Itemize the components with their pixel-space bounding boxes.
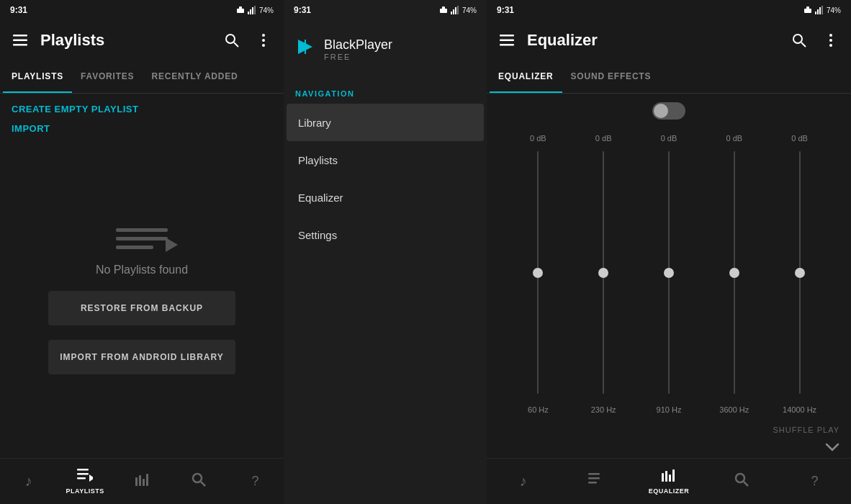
tab-favorites[interactable]: FAVORITES <box>72 60 143 93</box>
nav-item-search-3[interactable] <box>706 459 778 504</box>
svg-rect-0 <box>13 35 27 37</box>
eq-thumb-4[interactable] <box>795 268 805 278</box>
equalizer-top-bar: Equalizer <box>487 20 851 60</box>
svg-point-26 <box>829 39 832 42</box>
menu-button[interactable] <box>6 26 35 55</box>
playlist-icon-3 <box>588 473 604 490</box>
nav-item-playlists[interactable]: PLAYLISTS <box>57 459 114 504</box>
hz-label-4: 14000 Hz <box>782 405 818 414</box>
more-button-3[interactable] <box>816 26 845 55</box>
nav-playlists[interactable]: Playlists <box>287 141 484 179</box>
svg-rect-1 <box>13 40 27 42</box>
eq-slider-3600hz <box>716 151 752 394</box>
nav-item-music-3[interactable]: ♪ <box>487 459 559 504</box>
eq-track-2[interactable] <box>668 151 670 394</box>
notif-icon-3 <box>803 6 812 14</box>
eq-thumb-2[interactable] <box>664 268 674 278</box>
page-title: Playlists <box>37 31 215 50</box>
eq-toggle[interactable] <box>652 102 685 120</box>
eq-area: 0 dB 0 dB 0 dB 0 dB 0 dB <box>487 128 851 423</box>
music-note-icon: ♪ <box>24 473 32 490</box>
svg-point-3 <box>226 35 235 43</box>
svg-rect-10 <box>77 477 86 480</box>
eq-menu-button[interactable] <box>492 26 521 55</box>
svg-rect-38 <box>239 6 242 9</box>
hz-label-2: 910 Hz <box>651 405 687 414</box>
nav-item-music-1[interactable]: ♪ <box>0 459 57 504</box>
sb-time-1: 9:31 <box>10 5 27 15</box>
bat-pct-1: 74% <box>259 6 274 14</box>
playlist-actions: CREATE EMPTY PLAYLIST IMPORT <box>0 94 284 144</box>
more-button-1[interactable] <box>249 26 278 55</box>
eq-slider-60hz <box>520 151 556 394</box>
nav-item-playlist-3[interactable] <box>559 459 632 504</box>
hz-label-1: 230 Hz <box>585 405 621 414</box>
import-android-button[interactable]: IMPORT FROM ANDROID LIBRARY <box>48 340 235 374</box>
nav-library[interactable]: Library <box>287 104 484 141</box>
svg-rect-48 <box>457 6 459 14</box>
search-button-3[interactable] <box>785 26 814 55</box>
eq-thumb-1[interactable] <box>598 268 608 278</box>
notif-icon-2 <box>439 6 448 14</box>
svg-rect-41 <box>252 7 253 14</box>
svg-rect-51 <box>815 12 816 14</box>
sb-right-2: 74% <box>439 6 477 14</box>
eq-thumb-3[interactable] <box>729 268 739 278</box>
svg-point-23 <box>793 35 802 43</box>
eq-title: Equalizer <box>524 31 782 50</box>
db-label-0: 0 dB <box>520 134 556 143</box>
search-icon-nav-3 <box>734 472 749 490</box>
sb-2: 9:31 74% <box>284 0 487 20</box>
eq-thumb-0[interactable] <box>533 268 543 278</box>
eq-track-3[interactable] <box>734 151 735 394</box>
svg-rect-43 <box>440 9 447 13</box>
tab-equalizer[interactable]: EQUALIZER <box>490 60 562 93</box>
eq-nav-label: EQUALIZER <box>649 487 690 495</box>
drawer-header: BlackPlayer FREE <box>284 20 487 78</box>
nav-item-search-1[interactable] <box>170 459 227 504</box>
eq-db-labels: 0 dB 0 dB 0 dB 0 dB 0 dB <box>498 134 839 143</box>
nav-item-equalizer-3[interactable]: EQUALIZER <box>632 459 705 504</box>
restore-backup-button[interactable]: RESTORE FROM BACKUP <box>48 291 235 325</box>
svg-rect-44 <box>442 6 445 9</box>
tab-playlists[interactable]: PLAYLISTS <box>3 60 72 93</box>
search-button-1[interactable] <box>217 26 246 55</box>
eq-track-1[interactable] <box>603 151 604 394</box>
svg-point-5 <box>262 34 265 37</box>
hz-label-0: 60 Hz <box>520 405 556 414</box>
eq-sliders <box>498 145 839 400</box>
svg-point-7 <box>262 44 265 47</box>
svg-rect-14 <box>143 479 145 486</box>
svg-rect-31 <box>662 473 664 482</box>
tab-sound-effects[interactable]: SOUND EFFECTS <box>562 60 660 93</box>
svg-rect-30 <box>588 482 597 484</box>
bat-pct-3: 74% <box>827 6 841 14</box>
nav-item-equalizer-1[interactable] <box>114 459 171 504</box>
nav-equalizer[interactable]: Equalizer <box>287 179 484 216</box>
svg-rect-42 <box>254 6 256 14</box>
svg-line-24 <box>801 42 806 47</box>
eq-track-4[interactable] <box>799 151 801 394</box>
app-info: BlackPlayer FREE <box>324 37 392 61</box>
eq-track-0[interactable] <box>537 151 539 394</box>
line-2 <box>116 237 168 240</box>
playlists-panel: 9:31 ▲ 📶 74% Playlists PLAYLISTS FAVORIT… <box>0 20 284 504</box>
nav-settings[interactable]: Settings <box>287 216 484 253</box>
help-icon-3: ? <box>811 474 818 489</box>
tab-recently-added[interactable]: RECENTLY ADDED <box>143 60 246 93</box>
hz-label-3: 3600 Hz <box>716 405 752 414</box>
db-label-1: 0 dB <box>585 134 621 143</box>
nav-item-help-3[interactable]: ? <box>778 459 851 504</box>
svg-rect-28 <box>588 473 600 475</box>
svg-rect-29 <box>588 477 600 480</box>
import-link[interactable]: IMPORT <box>12 119 272 138</box>
svg-point-27 <box>829 44 832 47</box>
create-playlist-link[interactable]: CREATE EMPTY PLAYLIST <box>12 99 272 119</box>
chevron-down-btn[interactable] <box>487 437 851 458</box>
status-bar-overlay: 9:31 74% 9:31 74% 9:31 74% <box>0 0 851 20</box>
bottom-nav-3: ♪ EQUALIZER ? <box>487 458 851 504</box>
eq-tabs: EQUALIZER SOUND EFFECTS <box>487 60 851 94</box>
equalizer-icon-1 <box>134 473 150 490</box>
svg-rect-8 <box>77 469 89 471</box>
nav-item-help-1[interactable]: ? <box>227 459 284 504</box>
